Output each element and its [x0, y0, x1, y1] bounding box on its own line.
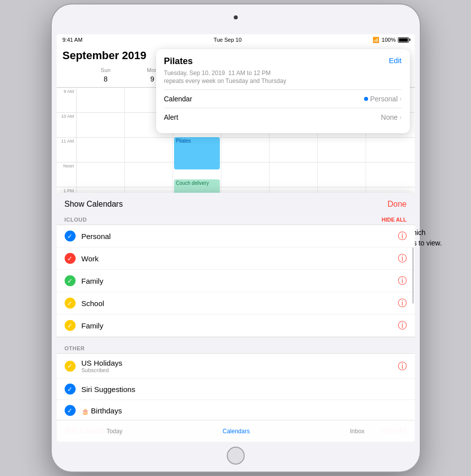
- hide-all-button[interactable]: HIDE ALL: [381, 217, 406, 223]
- time-noon: Noon: [57, 162, 76, 187]
- tab-calendars[interactable]: Calendars: [212, 426, 260, 437]
- calendar-name-birthdays: 🎂 Birthdays: [82, 406, 407, 415]
- calendar-item-family2[interactable]: ✓ Family ⓘ: [57, 315, 415, 337]
- panel-done-button[interactable]: Done: [387, 200, 406, 209]
- us-holidays-text: US Holidays Subscribed: [82, 359, 392, 373]
- calendar-item-personal[interactable]: ✓ Personal ⓘ: [57, 225, 415, 247]
- check-us-holidays: ✓: [65, 361, 76, 372]
- check-siri: ✓: [65, 384, 76, 395]
- status-time: 9:41 AM: [63, 37, 83, 43]
- time-col-spacer: [63, 67, 83, 85]
- time-9am: 9 AM: [57, 87, 76, 112]
- calendar-item-family[interactable]: ✓ Family ⓘ: [57, 270, 415, 292]
- battery-icon: [398, 37, 409, 43]
- calendar-name-us-holidays: US Holidays: [82, 359, 392, 367]
- info-work[interactable]: ⓘ: [398, 252, 407, 264]
- battery-fill: [399, 38, 408, 42]
- panel-header: Show Calendars Done: [57, 193, 415, 214]
- wifi-icon: 📶: [373, 37, 379, 43]
- time-11am: 11 AM: [57, 137, 76, 162]
- ipad-screen: 9:41 AM Tue Sep 10 📶 100% September 2019…: [57, 34, 415, 442]
- month-title: September 2019: [63, 49, 147, 62]
- event-pilates[interactable]: Pilates: [174, 137, 220, 169]
- tab-today[interactable]: Today: [96, 426, 132, 437]
- calendar-name-siri: Siri Suggestions: [82, 385, 407, 394]
- ipad-frame: 9:41 AM Tue Sep 10 📶 100% September 2019…: [52, 4, 420, 472]
- popup-calendar-row[interactable]: Calendar Personal ›: [164, 89, 402, 108]
- status-date: Tue Sep 10: [213, 37, 241, 43]
- check-school: ✓: [65, 298, 76, 309]
- icloud-calendar-list: ✓ Personal ⓘ ✓ Work ⓘ ✓ Family ⓘ ✓ Schoo…: [57, 225, 415, 337]
- popup-edit-button[interactable]: Edit: [389, 56, 402, 65]
- check-work: ✓: [65, 253, 76, 264]
- event-detail-popup: Pilates Edit Tuesday, Sep 10, 2019 11 AM…: [156, 49, 410, 133]
- calendar-item-work[interactable]: ✓ Work ⓘ: [57, 247, 415, 270]
- calendar-label: Calendar: [164, 95, 192, 103]
- camera-dot: [234, 15, 238, 19]
- info-personal[interactable]: ⓘ: [398, 230, 407, 242]
- icloud-label: ICLOUD: [65, 217, 87, 223]
- battery-percent: 100%: [381, 37, 395, 43]
- check-birthdays: ✓: [65, 405, 76, 416]
- popup-alert-row[interactable]: Alert None ›: [164, 108, 402, 126]
- check-family: ✓: [65, 275, 76, 286]
- calendar-item-us-holidays[interactable]: ✓ US Holidays Subscribed ⓘ: [57, 354, 415, 379]
- event-couch-delivery[interactable]: Couch delivery: [174, 179, 220, 194]
- tab-bar: Today Calendars Inbox: [57, 420, 415, 442]
- other-calendar-list: ✓ US Holidays Subscribed ⓘ ✓ Siri Sugges…: [57, 353, 415, 421]
- calendar-sub-us-holidays: Subscribed: [82, 367, 392, 373]
- alert-chevron: ›: [400, 114, 402, 121]
- calendar-name-work: Work: [82, 254, 392, 263]
- calendar-item-school[interactable]: ✓ School ⓘ: [57, 292, 415, 315]
- info-us-holidays[interactable]: ⓘ: [398, 360, 407, 372]
- calendars-panel: Show Calendars Done ICLOUD HIDE ALL ✓ Pe…: [57, 193, 415, 442]
- info-school[interactable]: ⓘ: [398, 297, 407, 309]
- icloud-section-header: ICLOUD HIDE ALL: [57, 214, 415, 225]
- panel-title: Show Calendars: [65, 200, 123, 209]
- day-header-sun[interactable]: Sun 8: [83, 67, 129, 85]
- check-family2: ✓: [65, 320, 76, 331]
- birthday-icon: 🎂: [82, 408, 89, 415]
- scroll-indicator: [412, 247, 414, 304]
- popup-date: Tuesday, Sep 10, 2019 11 AM to 12 PM: [164, 70, 402, 77]
- calendar-dot: [364, 97, 368, 101]
- info-family[interactable]: ⓘ: [398, 275, 407, 287]
- calendar-name-family2: Family: [82, 321, 392, 330]
- other-section: OTHER ✓ US Holidays Subscribed ⓘ ✓ Siri …: [57, 342, 415, 421]
- alert-label: Alert: [164, 113, 179, 121]
- tab-inbox[interactable]: Inbox: [340, 426, 374, 437]
- calendar-chevron: ›: [400, 95, 402, 102]
- calendar-name-school: School: [82, 299, 392, 308]
- status-bar: 9:41 AM Tue Sep 10 📶 100%: [57, 34, 415, 45]
- popup-title: Pilates: [164, 56, 193, 67]
- alert-value: None ›: [381, 113, 401, 121]
- time-10am: 10 AM: [57, 112, 76, 137]
- popup-header: Pilates Edit: [164, 56, 402, 67]
- calendar-name-family: Family: [82, 277, 392, 285]
- calendar-item-siri[interactable]: ✓ Siri Suggestions: [57, 379, 415, 400]
- other-label: OTHER: [65, 345, 85, 351]
- check-personal: ✓: [65, 231, 76, 241]
- calendar-value: Personal ›: [364, 95, 401, 103]
- info-family2[interactable]: ⓘ: [398, 319, 407, 331]
- status-right: 📶 100%: [373, 37, 408, 43]
- popup-repeat: repeats every week on Tuesday and Thursd…: [164, 78, 402, 84]
- calendar-name-personal: Personal: [82, 232, 392, 240]
- other-section-header: OTHER: [57, 342, 415, 353]
- home-button[interactable]: [227, 447, 245, 465]
- calendar-item-birthdays[interactable]: ✓ 🎂 Birthdays: [57, 400, 415, 421]
